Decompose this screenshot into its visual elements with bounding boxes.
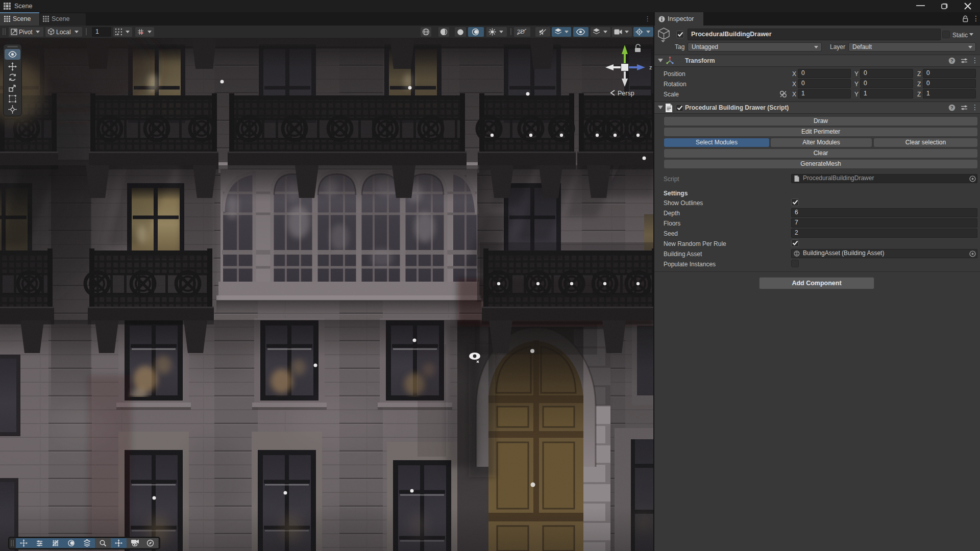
svg-text:?: ?	[950, 105, 953, 110]
svg-text:z: z	[649, 64, 652, 70]
svg-text:?: ?	[950, 58, 953, 63]
